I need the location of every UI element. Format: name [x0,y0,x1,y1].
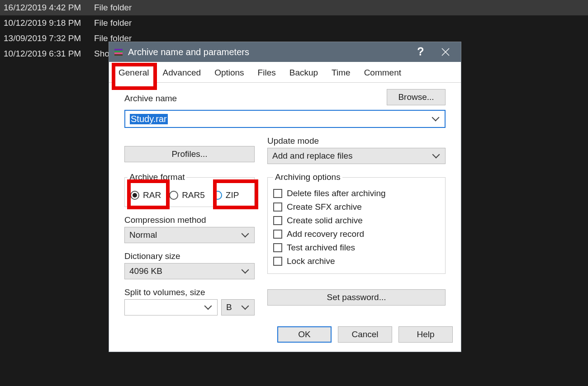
compression-method-label: Compression method [124,215,255,225]
format-zip-radio[interactable]: ZIP [210,188,242,202]
opt-test-archived[interactable]: Test archived files [273,241,440,254]
explorer-row[interactable]: 10/12/2019 9:18 PM File folder [0,15,588,31]
tab-files[interactable]: Files [251,64,283,83]
opt-label: Add recovery record [287,229,364,239]
tab-comment[interactable]: Comment [357,64,408,83]
help-button[interactable]: ? [408,42,433,62]
svg-rect-2 [114,52,123,54]
radio-icon [213,191,222,200]
archiving-options-group: Archiving options Delete files after arc… [267,172,446,274]
update-mode-label: Update mode [267,136,446,146]
opt-label: Test archived files [287,243,355,253]
archive-name-input[interactable]: Study.rar [124,110,446,128]
checkbox-icon [273,230,282,239]
opt-lock-archive[interactable]: Lock archive [273,254,440,268]
dictionary-size-label: Dictionary size [124,251,255,261]
set-password-button[interactable]: Set password... [267,289,446,306]
dialog-title: Archive name and parameters [128,47,408,57]
checkbox-icon [273,189,282,198]
archive-dialog: Archive name and parameters ? General Ad… [109,42,461,352]
compression-method-value: Normal [129,230,157,240]
svg-rect-1 [114,51,123,52]
opt-delete-files[interactable]: Delete files after archiving [273,187,440,200]
opt-create-solid[interactable]: Create solid archive [273,214,440,227]
close-button[interactable] [433,42,458,62]
tab-backup[interactable]: Backup [283,64,325,83]
update-mode-select[interactable]: Add and replace files [267,148,446,164]
format-rar5-label: RAR5 [182,190,205,200]
row-date: 10/12/2019 6:31 PM [4,49,94,59]
help-button[interactable]: Help [398,326,453,343]
browse-button[interactable]: Browse... [387,89,446,105]
tab-advanced[interactable]: Advanced [156,64,208,83]
winrar-icon [114,47,123,57]
dictionary-size-select[interactable]: 4096 KB [124,263,255,279]
opt-create-sfx[interactable]: Create SFX archive [273,200,440,214]
checkbox-icon [273,202,282,212]
tab-general[interactable]: General [112,64,156,83]
opt-recovery-record[interactable]: Add recovery record [273,227,440,241]
archive-format-label: Archive format [128,172,186,182]
archive-name-value: Study.rar [130,114,168,124]
explorer-row[interactable]: 16/12/2019 4:42 PM File folder [0,0,588,15]
archive-format-group: Archive format RAR RAR5 ZIP [124,172,255,207]
opt-label: Delete files after archiving [287,188,386,198]
tabs: General Advanced Options Files Backup Ti… [109,62,461,83]
tab-time[interactable]: Time [325,64,357,83]
split-unit-select[interactable]: B [221,299,255,315]
row-type: Sho [94,49,109,59]
format-zip-label: ZIP [226,190,239,200]
cancel-button[interactable]: Cancel [338,326,392,343]
svg-rect-3 [114,54,123,56]
titlebar[interactable]: Archive name and parameters ? [109,42,461,62]
checkbox-icon [273,216,282,225]
archive-name-label: Archive name [124,94,379,104]
opt-label: Lock archive [287,256,335,266]
checkbox-icon [273,257,282,266]
compression-method-select[interactable]: Normal [124,227,255,243]
row-type: File folder [94,3,132,13]
row-date: 10/12/2019 9:18 PM [4,18,94,28]
svg-text:?: ? [417,46,423,57]
ok-button[interactable]: OK [277,326,332,343]
format-rar-label: RAR [143,190,161,200]
row-type: File folder [94,18,132,28]
opt-label: Create solid archive [287,216,363,226]
checkbox-icon [273,243,282,252]
opt-label: Create SFX archive [287,202,362,212]
split-size-input[interactable] [124,299,218,315]
dialog-body: Archive name Browse... Study.rar Profile… [109,83,461,320]
dictionary-size-value: 4096 KB [129,266,162,276]
archiving-options-label: Archiving options [273,172,342,182]
svg-rect-0 [114,49,123,51]
format-rar5-radio[interactable]: RAR5 [166,188,208,202]
tab-options[interactable]: Options [208,64,251,83]
format-rar-radio[interactable]: RAR [128,188,164,202]
dialog-buttons: OK Cancel Help [109,320,461,352]
update-mode-value: Add and replace files [272,151,352,161]
radio-icon [169,191,178,200]
profiles-button[interactable]: Profiles... [124,146,255,162]
radio-icon [130,191,139,200]
split-unit-value: B [226,302,232,312]
row-date: 13/09/2019 7:32 PM [4,33,94,43]
row-date: 16/12/2019 4:42 PM [4,3,94,13]
split-volumes-label: Split to volumes, size [124,287,255,297]
